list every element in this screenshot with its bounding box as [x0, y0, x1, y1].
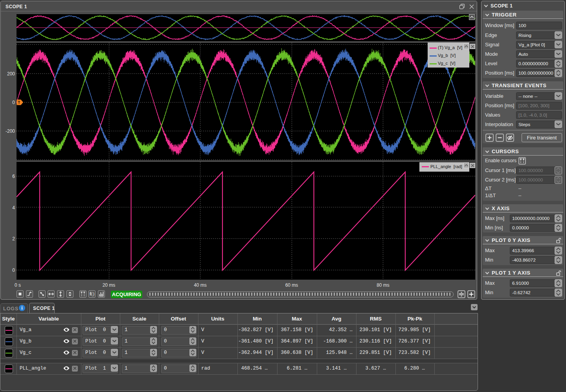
svg-text:T: T: [18, 101, 20, 105]
